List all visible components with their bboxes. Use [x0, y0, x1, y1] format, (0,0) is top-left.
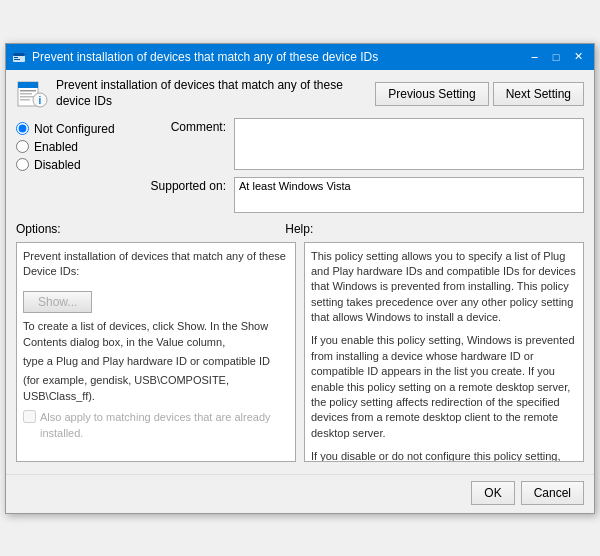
svg-rect-7 — [20, 93, 32, 95]
next-setting-button[interactable]: Next Setting — [493, 82, 584, 106]
help-content: This policy setting allows you to specif… — [311, 249, 577, 462]
options-content: Prevent installation of devices that mat… — [23, 249, 289, 442]
help-paragraph-2: If you enable this policy setting, Windo… — [311, 333, 577, 441]
window-content: i Prevent installation of devices that m… — [6, 70, 594, 470]
cancel-button[interactable]: Cancel — [521, 481, 584, 505]
show-button[interactable]: Show... — [23, 291, 92, 313]
bottom-section: Prevent installation of devices that mat… — [16, 242, 584, 462]
also-apply-checkbox[interactable] — [23, 410, 36, 423]
header-title: Prevent installation of devices that mat… — [56, 78, 367, 109]
options-description: Prevent installation of devices that mat… — [23, 249, 289, 280]
comment-wrapper — [234, 118, 584, 173]
supported-label: Supported on: — [136, 177, 226, 193]
options-panel: Prevent installation of devices that mat… — [16, 242, 296, 462]
svg-text:i: i — [39, 95, 42, 106]
ok-button[interactable]: OK — [471, 481, 514, 505]
options-instruction2: type a Plug and Play hardware ID or comp… — [23, 354, 289, 369]
comment-label: Comment: — [136, 118, 226, 134]
config-right: Comment: Supported on: — [136, 118, 584, 216]
supported-wrapper — [234, 177, 584, 216]
window-icon — [12, 50, 26, 64]
title-controls: ‒ □ ✕ — [524, 48, 588, 66]
window-title: Prevent installation of devices that mat… — [32, 50, 378, 64]
radio-disabled[interactable]: Disabled — [16, 158, 126, 172]
header-row: i Prevent installation of devices that m… — [16, 78, 584, 110]
help-paragraph-1: This policy setting allows you to specif… — [311, 249, 577, 326]
help-label: Help: — [285, 222, 313, 236]
main-window: Prevent installation of devices that mat… — [5, 43, 595, 514]
close-button[interactable]: ✕ — [568, 48, 588, 66]
radio-section: Not Configured Enabled Disabled — [16, 118, 126, 216]
svg-rect-5 — [18, 82, 38, 88]
supported-textarea — [234, 177, 584, 213]
radio-enabled[interactable]: Enabled — [16, 140, 126, 154]
svg-rect-9 — [20, 99, 30, 101]
comment-textarea[interactable] — [234, 118, 584, 170]
maximize-button[interactable]: □ — [546, 48, 566, 66]
radio-not-configured[interactable]: Not Configured — [16, 122, 126, 136]
svg-rect-2 — [14, 57, 18, 58]
title-bar: Prevent installation of devices that mat… — [6, 44, 594, 70]
svg-rect-8 — [20, 96, 34, 98]
previous-setting-button[interactable]: Previous Setting — [375, 82, 488, 106]
help-panel: This policy setting allows you to specif… — [304, 242, 584, 462]
options-label: Options: — [16, 222, 61, 236]
checkbox-row: Also apply to matching devices that are … — [23, 410, 289, 441]
title-bar-left: Prevent installation of devices that mat… — [12, 50, 378, 64]
header-buttons: Previous Setting Next Setting — [375, 82, 584, 106]
svg-rect-3 — [14, 59, 20, 60]
svg-rect-6 — [20, 90, 36, 92]
svg-rect-1 — [13, 53, 25, 56]
help-paragraph-3: If you disable or do not configure this … — [311, 449, 577, 461]
policy-icon: i — [16, 78, 48, 110]
footer: OK Cancel — [6, 474, 594, 513]
options-example: (for example, gendisk, USB\COMPOSITE, US… — [23, 373, 289, 404]
checkbox-label: Also apply to matching devices that are … — [40, 410, 289, 441]
minimize-button[interactable]: ‒ — [524, 48, 544, 66]
options-instruction1: To create a list of devices, click Show.… — [23, 319, 289, 350]
